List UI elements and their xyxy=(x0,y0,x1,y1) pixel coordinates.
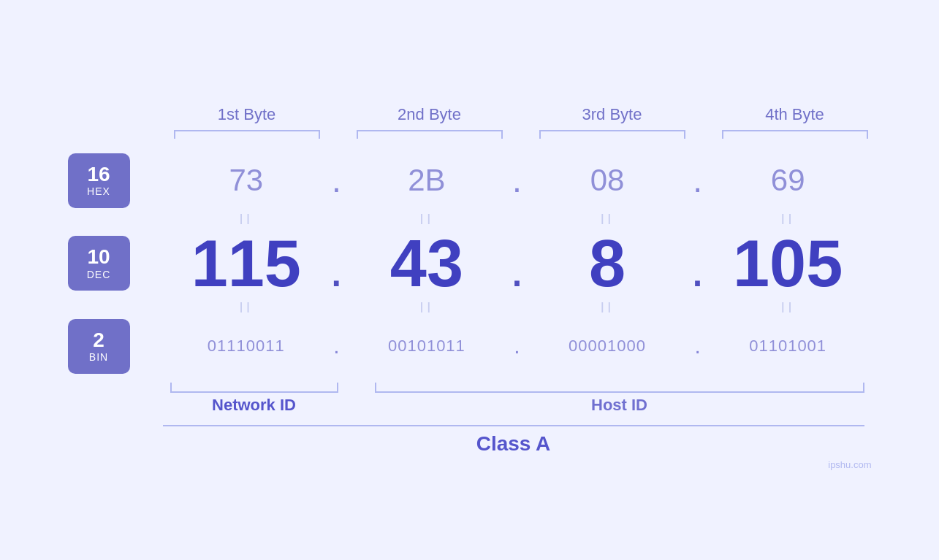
watermark: ipshu.com xyxy=(828,459,871,470)
network-id-label: Network ID xyxy=(170,396,338,415)
hex-byte2: 2B xyxy=(408,163,445,197)
dot-hex-2: . xyxy=(506,163,528,198)
dot-bin-2: . xyxy=(506,335,528,357)
byte3-header: 3rd Byte xyxy=(539,105,685,124)
byte1-top-bracket xyxy=(174,130,320,139)
hex-byte1: 73 xyxy=(229,163,263,197)
class-bracket-line xyxy=(163,425,864,426)
dec-byte3: 8 xyxy=(589,227,626,300)
dec-byte4: 105 xyxy=(733,227,843,300)
byte2-header: 2nd Byte xyxy=(357,105,503,124)
hex-byte3: 08 xyxy=(590,163,625,197)
byte4-top-bracket xyxy=(722,130,868,139)
dot-bin-3: . xyxy=(687,335,709,357)
byte2-top-bracket xyxy=(357,130,503,139)
dot-dec-1: . xyxy=(325,243,347,294)
dec-byte1: 115 xyxy=(191,227,301,300)
dec-byte2: 43 xyxy=(390,227,463,300)
dot-dec-3: . xyxy=(687,243,709,294)
equals-2: II xyxy=(354,211,500,228)
hex-badge: 16 HEX xyxy=(68,153,130,208)
equals-8: II xyxy=(715,299,861,316)
hex-byte4: 69 xyxy=(771,163,805,197)
class-label: Class A xyxy=(163,432,864,456)
equals-7: II xyxy=(534,299,680,316)
equals-6: II xyxy=(354,299,500,316)
equals-3: II xyxy=(534,211,680,228)
bin-byte3: 00001000 xyxy=(569,337,646,355)
host-id-label: Host ID xyxy=(375,396,864,415)
dec-badge: 10 DEC xyxy=(68,236,130,291)
equals-4: II xyxy=(715,211,861,228)
dot-hex-3: . xyxy=(687,163,709,198)
bin-byte4: 01101001 xyxy=(749,337,826,355)
host-id-bracket xyxy=(375,383,864,393)
equals-1: II xyxy=(173,211,319,228)
byte1-header: 1st Byte xyxy=(174,105,320,124)
bin-byte2: 00101011 xyxy=(388,337,465,355)
byte3-top-bracket xyxy=(539,130,685,139)
dot-bin-1: . xyxy=(325,335,347,357)
bin-badge: 2 BIN xyxy=(68,319,130,374)
bin-byte1: 01110011 xyxy=(208,337,285,355)
byte4-header: 4th Byte xyxy=(722,105,868,124)
dot-dec-2: . xyxy=(506,243,528,294)
dot-hex-1: . xyxy=(325,163,347,198)
equals-5: II xyxy=(173,299,319,316)
network-id-bracket xyxy=(170,383,338,393)
